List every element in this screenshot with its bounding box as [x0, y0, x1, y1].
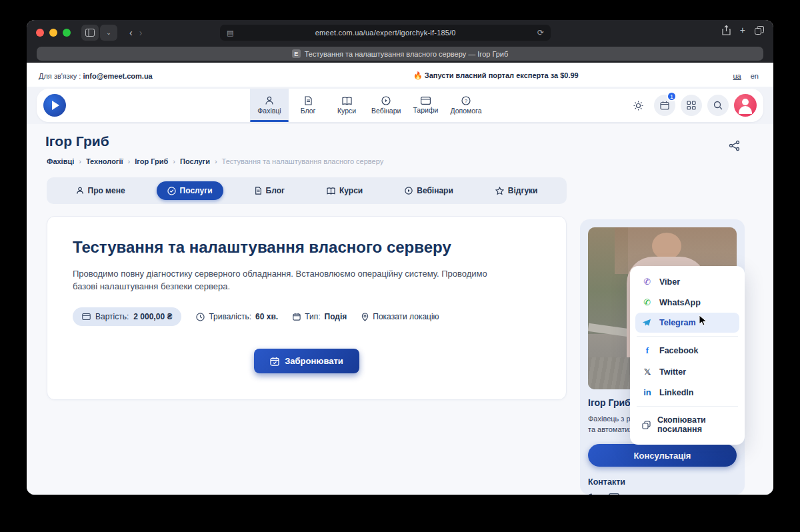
share-item-whatsapp[interactable]: ✆ WhatsApp — [635, 292, 739, 313]
tab-label: Курси — [339, 186, 363, 195]
calendar-button[interactable]: 1 — [654, 95, 675, 116]
person-icon — [265, 96, 274, 105]
zoom-window-button[interactable] — [63, 29, 71, 37]
nav-item-experts[interactable]: Фахівці — [250, 89, 289, 122]
search-button[interactable] — [707, 95, 729, 116]
page-title: Ігор Гриб — [45, 133, 109, 149]
nav-item-label: Курси — [337, 107, 356, 115]
user-avatar[interactable] — [734, 94, 757, 117]
sidebar-toggle-icon[interactable] — [81, 25, 99, 41]
privacy-shield-icon: ▤ — [227, 29, 233, 37]
nav-item-pricing[interactable]: Тарифи — [406, 89, 445, 122]
whatsapp-icon: ✆ — [642, 297, 653, 307]
person-icon — [76, 187, 84, 195]
linkedin-icon: in — [642, 387, 653, 397]
viber-icon: ✆ — [642, 277, 653, 287]
tab-courses[interactable]: Курси — [316, 181, 373, 200]
nav-item-blog[interactable]: Блог — [289, 89, 327, 122]
tab-favicon: E — [292, 49, 301, 58]
calendar-icon — [293, 313, 301, 321]
book-icon — [327, 187, 335, 195]
minimize-window-button[interactable] — [49, 29, 57, 37]
lang-switch-en[interactable]: en — [751, 72, 759, 80]
forward-button[interactable]: › — [139, 27, 143, 38]
tab-reviews[interactable]: Відгуки — [485, 181, 549, 200]
share-page-icon[interactable] — [722, 25, 731, 35]
service-card: Тестування та налаштування власного серв… — [47, 216, 567, 400]
new-tab-icon[interactable]: + — [740, 25, 745, 35]
tab-webinars[interactable]: Вебінари — [394, 181, 464, 200]
tab-overview-icon[interactable] — [755, 26, 764, 35]
twitter-x-icon: 𝕏 — [642, 367, 653, 377]
nav-item-courses[interactable]: Курси — [327, 89, 366, 122]
address-bar[interactable]: ▤ emeet.com.ua/ua/expert/igorchyk-if-185… — [220, 25, 551, 41]
chevron-down-icon[interactable]: ⌄ — [100, 25, 117, 41]
share-item-telegram[interactable]: Telegram — [635, 313, 739, 333]
back-button[interactable]: ‹ — [129, 27, 133, 38]
price-value: 2 000,00 ₴ — [133, 312, 172, 321]
document-icon — [255, 187, 262, 195]
theme-toggle-icon[interactable] — [627, 95, 649, 116]
browser-tab[interactable]: E Тестування та налаштування власного се… — [37, 47, 763, 61]
browser-chrome: ⌄ ‹ › ▤ emeet.com.ua/ua/expert/igorchyk-… — [27, 20, 773, 63]
breadcrumb-item[interactable]: Послуги — [180, 157, 210, 165]
consultation-button[interactable]: Консультація — [588, 444, 737, 467]
tab-label: Блог — [266, 186, 285, 195]
show-location-link[interactable]: Показати локацію — [361, 312, 439, 321]
url-text[interactable]: emeet.com.ua/ua/expert/igorchyk-if-185/0 — [233, 29, 537, 37]
share-item-label: Telegram — [659, 318, 696, 327]
contacts-title: Контакти — [588, 477, 737, 487]
reload-icon[interactable]: ⟳ — [537, 28, 544, 37]
close-window-button[interactable] — [36, 29, 44, 37]
lang-switch-ua[interactable]: ua — [733, 72, 741, 80]
breadcrumb-item[interactable]: Фахівці — [47, 157, 74, 165]
contact-info: Для зв'язку : info@emeet.com.ua — [39, 72, 153, 80]
share-item-copy-link[interactable]: Скопіювати посилання — [635, 410, 739, 439]
nav-item-help[interactable]: ? Допомога — [445, 89, 487, 122]
share-item-label: WhatsApp — [659, 298, 701, 307]
tab-blog[interactable]: Блог — [244, 181, 295, 200]
location-pin-icon — [361, 313, 369, 321]
share-item-viber[interactable]: ✆ Viber — [635, 271, 739, 292]
type-label: Тип: — [305, 312, 320, 321]
card-icon — [421, 97, 431, 105]
tab-title: Тестування та налаштування власного серв… — [305, 50, 509, 58]
nav-item-label: Тарифи — [413, 106, 438, 114]
breadcrumb-item[interactable]: Ігор Гриб — [135, 157, 168, 165]
card-icon — [82, 313, 91, 320]
share-profile-icon[interactable] — [729, 140, 740, 151]
tab-services[interactable]: Послуги — [157, 181, 223, 200]
service-description: Проводимо повну діагностику серверного о… — [73, 267, 513, 293]
duration-value: 60 хв. — [255, 312, 278, 321]
announcement-banner[interactable]: 🔥 Запусти власний портал експерта за $0.… — [413, 71, 579, 80]
breadcrumb-item[interactable]: Технології — [86, 157, 123, 165]
mouse-cursor — [699, 315, 708, 327]
clock-icon — [196, 313, 205, 321]
book-button[interactable]: Забронювати — [254, 349, 359, 373]
tab-about[interactable]: Про мене — [65, 181, 136, 200]
browser-toolbar: ⌄ ‹ › ▤ emeet.com.ua/ua/expert/igorchyk-… — [27, 20, 773, 45]
nav-item-label: Фахівці — [257, 107, 281, 115]
price-badge: Вартість: 2 000,00 ₴ — [73, 307, 181, 326]
email-icon[interactable] — [609, 493, 619, 495]
share-item-twitter[interactable]: 𝕏 Twitter — [635, 361, 739, 382]
book-icon — [342, 97, 352, 105]
apps-grid-button[interactable] — [681, 95, 702, 116]
share-item-label: Viber — [659, 277, 680, 287]
site-logo-icon[interactable] — [43, 94, 66, 117]
phone-icon[interactable] — [588, 493, 598, 495]
site-navbar: Фахівці Блог Курси — [37, 89, 763, 122]
share-item-linkedin[interactable]: in LinkedIn — [635, 382, 739, 403]
play-circle-icon — [381, 96, 391, 105]
price-label: Вартість: — [95, 312, 129, 321]
nav-item-webinars[interactable]: Вебінари — [366, 89, 406, 122]
expert-name: Ігор Гриб — [588, 397, 631, 408]
breadcrumb-separator: › — [173, 157, 175, 165]
type-meta: Тип: Подія — [293, 312, 347, 321]
star-icon — [495, 187, 504, 195]
share-item-facebook[interactable]: f Facebook — [635, 340, 739, 361]
traffic-lights[interactable] — [36, 29, 71, 37]
contact-email[interactable]: info@emeet.com.ua — [83, 72, 152, 80]
telegram-icon — [642, 319, 653, 327]
calendar-check-icon — [270, 357, 279, 366]
